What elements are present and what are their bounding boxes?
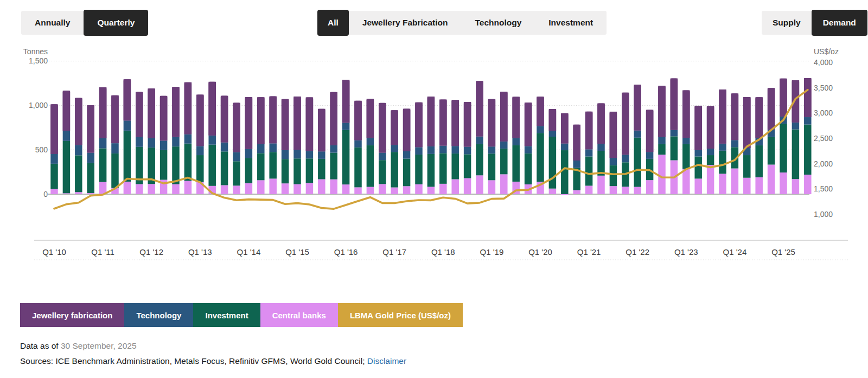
bar-segment[interactable]: [585, 149, 593, 156]
bar-segment[interactable]: [318, 151, 326, 159]
bar-segment[interactable]: [269, 152, 277, 178]
bar-top-cap[interactable]: [306, 97, 314, 151]
bar-segment[interactable]: [610, 158, 617, 165]
bar-segment[interactable]: [367, 187, 374, 194]
bar-segment[interactable]: [330, 180, 337, 194]
bar-segment[interactable]: [75, 145, 82, 155]
bar-segment[interactable]: [293, 184, 301, 194]
bar-top-cap[interactable]: [743, 97, 751, 148]
bar-segment[interactable]: [172, 184, 180, 194]
bar-segment[interactable]: [537, 126, 544, 133]
bar-segment[interactable]: [282, 159, 289, 183]
bar-segment[interactable]: [124, 120, 131, 131]
bar-top-cap[interactable]: [379, 103, 386, 153]
bar-segment[interactable]: [403, 159, 411, 187]
bar-segment[interactable]: [610, 165, 617, 186]
bar-top-cap[interactable]: [768, 88, 775, 130]
bar-segment[interactable]: [184, 144, 192, 181]
bar-segment[interactable]: [391, 188, 398, 194]
bar-top-cap[interactable]: [415, 102, 423, 148]
bar-top-cap[interactable]: [561, 113, 569, 144]
bar-segment[interactable]: [804, 175, 812, 194]
bar-top-cap[interactable]: [549, 109, 557, 131]
bar-segment[interactable]: [148, 184, 155, 194]
bar-top-cap[interactable]: [75, 98, 82, 145]
bar-segment[interactable]: [573, 190, 580, 194]
bar-segment[interactable]: [269, 143, 277, 152]
bar-top-cap[interactable]: [293, 97, 301, 150]
bar-segment[interactable]: [427, 187, 435, 194]
bar-top-cap[interactable]: [573, 125, 580, 161]
bar-segment[interactable]: [682, 169, 690, 194]
bar-top-cap[interactable]: [525, 102, 532, 146]
bar-segment[interactable]: [439, 146, 447, 153]
bar-segment[interactable]: [330, 153, 337, 180]
annually-button[interactable]: Annually: [21, 11, 84, 35]
bar-segment[interactable]: [160, 140, 168, 150]
legend-item-investment[interactable]: Investment: [193, 303, 260, 327]
bar-segment[interactable]: [610, 186, 617, 194]
bar-top-cap[interactable]: [342, 80, 350, 123]
bar-segment[interactable]: [87, 193, 94, 194]
bar-segment[interactable]: [136, 184, 143, 194]
bar-segment[interactable]: [367, 145, 374, 187]
bar-segment[interactable]: [208, 145, 216, 186]
bar-top-cap[interactable]: [221, 96, 228, 143]
bar-segment[interactable]: [354, 140, 362, 148]
bar-segment[interactable]: [196, 155, 204, 182]
bar-segment[interactable]: [415, 147, 423, 155]
bar-segment[interactable]: [354, 187, 362, 194]
bar-segment[interactable]: [500, 149, 508, 174]
bar-top-cap[interactable]: [707, 106, 714, 149]
bar-segment[interactable]: [719, 151, 726, 174]
bar-segment[interactable]: [694, 150, 702, 157]
bar-segment[interactable]: [257, 153, 265, 180]
bar-segment[interactable]: [476, 137, 483, 144]
bar-segment[interactable]: [184, 181, 192, 194]
bar-top-cap[interactable]: [63, 91, 70, 131]
bar-segment[interactable]: [488, 146, 496, 153]
bar-segment[interactable]: [282, 183, 289, 194]
bar-top-cap[interactable]: [634, 85, 641, 130]
bar-segment[interactable]: [75, 192, 82, 194]
bar-top-cap[interactable]: [269, 97, 277, 144]
bar-segment[interactable]: [646, 180, 654, 194]
bar-segment[interactable]: [391, 152, 398, 187]
bar-segment[interactable]: [464, 154, 471, 178]
bar-segment[interactable]: [694, 156, 702, 178]
bar-top-cap[interactable]: [464, 102, 471, 147]
bar-segment[interactable]: [464, 178, 471, 194]
bar-segment[interactable]: [293, 150, 301, 158]
bar-segment[interactable]: [682, 144, 690, 169]
bar-segment[interactable]: [743, 155, 751, 178]
bar-segment[interactable]: [719, 144, 726, 151]
bar-segment[interactable]: [622, 155, 629, 162]
bar-segment[interactable]: [330, 145, 337, 153]
bar-segment[interactable]: [221, 142, 228, 151]
bar-segment[interactable]: [160, 150, 168, 180]
bar-top-cap[interactable]: [172, 87, 180, 137]
bar-segment[interactable]: [792, 179, 800, 194]
bar-segment[interactable]: [512, 145, 520, 182]
bar-segment[interactable]: [622, 187, 629, 194]
bar-segment[interactable]: [124, 182, 131, 194]
bar-segment[interactable]: [646, 152, 654, 159]
bar-segment[interactable]: [731, 169, 739, 194]
bar-top-cap[interactable]: [354, 101, 362, 140]
bar-segment[interactable]: [318, 180, 326, 194]
bar-segment[interactable]: [245, 158, 253, 183]
bar-segment[interactable]: [658, 155, 666, 194]
bar-segment[interactable]: [342, 123, 350, 130]
bar-segment[interactable]: [500, 142, 508, 149]
bar-segment[interactable]: [549, 137, 557, 189]
bar-top-cap[interactable]: [148, 88, 155, 138]
bar-top-cap[interactable]: [50, 104, 58, 154]
quarterly-button[interactable]: Quarterly: [84, 10, 148, 36]
bar-top-cap[interactable]: [111, 95, 119, 143]
bar-top-cap[interactable]: [780, 79, 787, 117]
bar-segment[interactable]: [233, 152, 240, 161]
bar-segment[interactable]: [658, 144, 666, 155]
bar-segment[interactable]: [245, 149, 253, 158]
bar-segment[interactable]: [719, 174, 726, 194]
bar-segment[interactable]: [658, 137, 666, 144]
